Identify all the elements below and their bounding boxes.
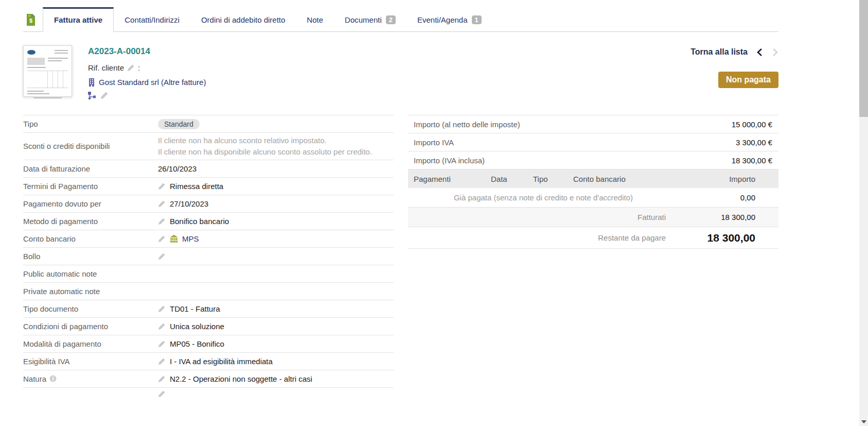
document-type-value: TD01 - Fattura xyxy=(170,304,220,313)
invoice-amounts-panel: Importo (al netto delle imposte) 15 000,… xyxy=(408,115,778,249)
vat-eligibility-value: I - IVA ad esigibilità immediata xyxy=(170,357,273,366)
detail-row-termini-pagamento: Termini di Pagamento Rimessa diretta xyxy=(23,178,394,195)
billed-row: Fatturati 18 300,00 xyxy=(408,208,778,227)
edit-pencil-icon[interactable] xyxy=(158,322,166,330)
edit-pencil-icon[interactable] xyxy=(158,375,166,383)
already-paid-label: Già pagata (senza note di credito e note… xyxy=(414,193,673,202)
already-paid-value: 0,00 xyxy=(673,193,778,202)
invoice-card-page: $ Fattura attive Contatti/Indirizzi Ordi… xyxy=(0,0,868,426)
col-header-pagamenti: Pagamenti xyxy=(414,175,491,183)
company-other-invoices-link: (Altre fatture) xyxy=(161,78,206,87)
detail-row-data-fatturazione: Data di fatturazione 26/10/2023 xyxy=(23,160,394,178)
detail-row-public-note: Public automatic note xyxy=(23,265,394,283)
status-badge: Non pagata xyxy=(718,72,778,88)
detail-label: Modalità di pagamento xyxy=(23,339,158,348)
detail-row-tipo-documento: Tipo documento TD01 - Fattura xyxy=(23,300,394,318)
tab-ordini-addebito-diretto[interactable]: Ordini di addebito diretto xyxy=(190,9,296,31)
next-record-chevron-icon xyxy=(772,48,778,57)
edit-pencil-icon[interactable] xyxy=(158,200,166,208)
col-header-importo: Importo xyxy=(673,175,778,183)
col-header-conto-bancario: Conto bancario xyxy=(573,175,673,183)
amount-net-value: 15 000,00 € xyxy=(732,120,772,129)
detail-row-natura: Natura N2.2 - Operazioni non soggette - … xyxy=(23,370,394,388)
eventi-count-badge: 1 xyxy=(472,15,482,24)
detail-label: Termini di Pagamento xyxy=(23,182,158,191)
edit-pencil-icon[interactable] xyxy=(158,235,166,243)
invoice-date-value: 26/10/2023 xyxy=(158,164,197,173)
edit-project-pencil-icon[interactable] xyxy=(100,91,109,99)
already-paid-row: Già pagata (senza note di credito e note… xyxy=(408,188,778,208)
col-header-data: Data xyxy=(491,175,533,183)
detail-row-pagamento-dovuto: Pagamento dovuto per 27/10/2023 xyxy=(23,195,394,213)
detail-label: Private automatic note xyxy=(23,287,158,296)
payments-table: Pagamenti Data Tipo Conto bancario Impor… xyxy=(408,169,778,249)
thumbnail-logo xyxy=(27,50,36,55)
detail-row-private-note: Private automatic note xyxy=(23,283,394,300)
detail-row-esigibilita-iva: Esigibilità IVA I - IVA ad esigibilità i… xyxy=(23,353,394,370)
detail-label: Data di fatturazione xyxy=(23,164,158,173)
scrollbar-down-arrow-icon[interactable] xyxy=(861,420,866,423)
detail-row-metodo-pagamento: Metodo di pagamento Bonifico bancario xyxy=(23,213,394,230)
back-to-list-link[interactable]: Torna alla lista xyxy=(690,47,748,57)
customer-ref-label: Rif. cliente xyxy=(88,63,124,72)
bank-account-link[interactable]: MPS xyxy=(182,234,199,243)
previous-record-chevron-icon[interactable] xyxy=(756,48,763,57)
edit-pencil-icon[interactable] xyxy=(158,182,166,190)
tab-fattura-attive[interactable]: Fattura attive xyxy=(43,7,114,32)
company-link[interactable]: Gost Standard srl (Altre fatture) xyxy=(99,78,206,87)
detail-label: Tipo xyxy=(23,120,158,128)
customer-ref-colon: : xyxy=(138,63,140,72)
invoice-preview-thumbnail[interactable] xyxy=(23,45,72,97)
tab-bar: $ Fattura attive Contatti/Indirizzi Ordi… xyxy=(23,0,778,32)
amount-vat-value: 3 300,00 € xyxy=(736,138,772,147)
invoice-banner: A2023-A-00014 Rif. cliente : xyxy=(23,32,778,108)
tab-documenti-label: Documenti xyxy=(345,15,382,24)
detail-label: Natura xyxy=(23,374,46,383)
tab-eventi-agenda[interactable]: Eventi/Agenda1 xyxy=(406,9,492,31)
discount-note-line2: Il cliente non ha disponibile alcuno sco… xyxy=(158,146,372,158)
edit-pencil-icon[interactable] xyxy=(158,305,166,313)
payment-method-value: Bonifico bancario xyxy=(170,217,229,226)
scrollbar-thumb[interactable] xyxy=(859,0,868,117)
detail-row-sconti: Sconti o crediti disponibili Il cliente … xyxy=(23,133,394,160)
detail-label: Esigibilità IVA xyxy=(23,357,158,366)
payments-table-header: Pagamenti Data Tipo Conto bancario Impor… xyxy=(408,169,778,188)
edit-pencil-icon[interactable] xyxy=(158,252,166,260)
edit-customer-ref-pencil-icon[interactable] xyxy=(127,64,135,72)
invoice-details-table: Tipo Standard Sconti o crediti disponibi… xyxy=(23,115,394,400)
tab-documenti[interactable]: Documenti2 xyxy=(334,9,406,31)
detail-row-condizioni-pagamento: Condizioni di pagamento Unica soluzione xyxy=(23,318,394,335)
billed-label: Fatturati xyxy=(414,213,673,221)
edit-pencil-icon[interactable] xyxy=(158,217,166,225)
tab-contatti-indirizzi[interactable]: Contatti/Indirizzi xyxy=(114,9,190,31)
bank-icon xyxy=(170,235,178,243)
detail-label: Pagamento dovuto per xyxy=(23,199,158,208)
remaining-row: Restante da pagare 18 300,00 xyxy=(408,227,778,249)
amount-row-vat: Importo IVA 3 300,00 € xyxy=(408,133,778,151)
detail-label: Public automatic note xyxy=(23,269,158,278)
project-sitemap-icon xyxy=(88,92,97,99)
remaining-label: Restante da pagare xyxy=(414,233,673,242)
tab-note[interactable]: Note xyxy=(296,9,334,31)
detail-label: Conto bancario xyxy=(23,234,158,243)
company-building-icon xyxy=(88,78,95,87)
edit-pencil-icon[interactable] xyxy=(158,390,166,398)
tab-eventi-agenda-label: Eventi/Agenda xyxy=(417,15,468,24)
detail-row-conto-bancario: Conto bancario xyxy=(23,230,394,248)
billed-value: 18 300,00 xyxy=(673,213,778,221)
col-header-tipo: Tipo xyxy=(533,175,573,183)
documenti-count-badge: 2 xyxy=(386,15,396,24)
edit-pencil-icon[interactable] xyxy=(158,340,166,348)
edit-pencil-icon[interactable] xyxy=(158,357,166,365)
detail-label: Tipo documento xyxy=(23,304,158,313)
natura-value: N2.2 - Operazioni non soggette - altri c… xyxy=(170,374,312,383)
detail-label: Condizioni di pagamento xyxy=(23,322,158,331)
detail-row-tipo: Tipo Standard xyxy=(23,115,394,133)
info-icon xyxy=(49,375,57,382)
svg-text:$: $ xyxy=(29,18,32,24)
vertical-scrollbar[interactable] xyxy=(859,0,868,426)
detail-label: Bollo xyxy=(23,252,158,261)
amount-label: Importo (IVA inclusa) xyxy=(414,156,485,165)
payment-conditions-value: Unica soluzione xyxy=(170,322,224,331)
company-name: Gost Standard srl xyxy=(99,78,159,87)
